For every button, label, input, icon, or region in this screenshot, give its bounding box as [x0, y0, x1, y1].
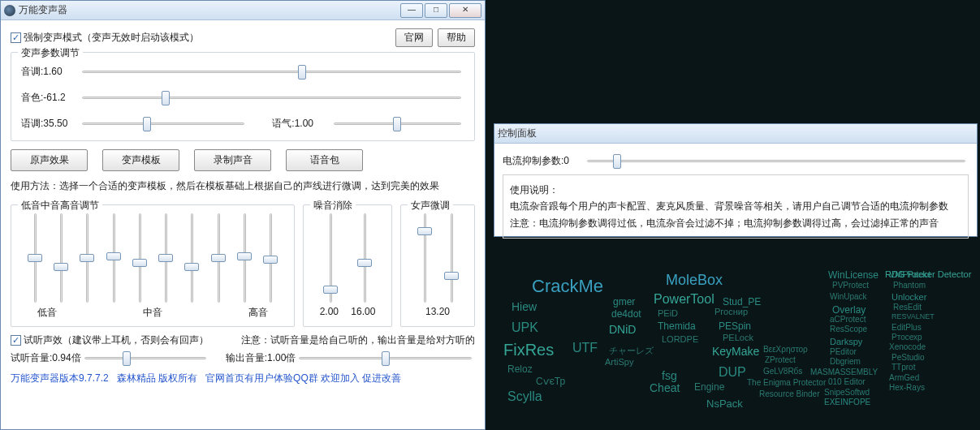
- noise-value-2: 16.00: [351, 306, 375, 317]
- titlebar[interactable]: 万能变声器 — □ ✕: [1, 1, 485, 20]
- noise-group: 噪音消除 2.00 16.00: [303, 204, 392, 327]
- eq-slider-6[interactable]: [184, 213, 199, 303]
- wallpaper-word: TTprot: [891, 363, 915, 372]
- female-slider-1[interactable]: [417, 213, 432, 303]
- timbre-value: -61.2: [43, 92, 79, 103]
- female-group: 女声微调 13.20: [400, 204, 475, 327]
- footer-copyright-link[interactable]: 森林精品 版权所有: [117, 372, 197, 385]
- noise-group-title: 噪音消除: [310, 199, 356, 213]
- wallpaper-word: WinUpack: [830, 292, 867, 301]
- current-suppress-value: 0: [563, 155, 569, 166]
- wallpaper-word: RESVALNET: [891, 312, 935, 320]
- wallpaper-word: Unlocker: [891, 292, 926, 302]
- eq-slider-4[interactable]: [132, 213, 147, 303]
- record-button[interactable]: 录制声音: [194, 149, 271, 171]
- voice-pack-button[interactable]: 语音包: [286, 149, 363, 171]
- mood-slider[interactable]: [334, 116, 461, 131]
- eq-slider-2[interactable]: [80, 213, 94, 303]
- listen-vol-label: 试听音量:: [11, 351, 52, 365]
- wallpaper-word: PeStudio: [891, 353, 925, 362]
- panel-info-line2: 注意：电流抑制参数调得过低，电流杂音会过滤不掉；电流抑制参数调得过高，会过滤掉正…: [510, 215, 961, 231]
- voice-params-title: 变声参数调节: [18, 46, 83, 60]
- panel-info-line1: 电流杂音跟每个用户的声卡配置、麦克风质量、背景噪音等相关，请用户自己调节合适的电…: [510, 198, 961, 214]
- eq-slider-9[interactable]: [263, 213, 278, 303]
- eq-slider-3[interactable]: [106, 213, 121, 303]
- force-mode-label: 强制变声模式（变声无效时启动该模式）: [24, 31, 199, 45]
- eq-group: 低音中音高音调节 低音 中音 高音: [11, 204, 295, 327]
- output-vol-value: 1.00倍: [267, 351, 296, 365]
- eq-slider-5[interactable]: [158, 213, 173, 303]
- eq-slider-7[interactable]: [211, 213, 226, 303]
- wallpaper-word: EXEINFOPE: [824, 398, 870, 406]
- female-value: 13.20: [425, 306, 450, 317]
- output-vol-slider[interactable]: [299, 350, 472, 365]
- minimize-button[interactable]: —: [400, 3, 423, 18]
- wallpaper-word: de4dot: [611, 308, 641, 320]
- wallpaper-word: LORDPE: [662, 334, 698, 344]
- footer: 万能变声器版本9.7.7.2 森林精品 版权所有 官网首页有用户体验QQ群 欢迎…: [11, 368, 475, 389]
- wallpaper-word: The Enigma Protector: [747, 378, 826, 387]
- wallpaper-word: Engine: [694, 381, 724, 393]
- footer-qq-link[interactable]: 官网首页有用户体验QQ群 欢迎加入 促进改善: [205, 372, 401, 385]
- listen-vol-slider[interactable]: [84, 350, 206, 365]
- timbre-slider[interactable]: [82, 90, 461, 105]
- intonation-label: 语调:: [21, 118, 43, 129]
- wallpaper-word: NsPack: [706, 398, 743, 410]
- wallpaper-word: KeyMake: [712, 345, 759, 358]
- original-effect-button[interactable]: 原声效果: [11, 149, 88, 171]
- tone-label: 音调:: [21, 66, 43, 77]
- wallpaper-word: Ртосехр: [891, 333, 922, 342]
- wallpaper-word: WinLicense: [828, 269, 879, 281]
- voice-params-group: 变声参数调节 音调:1.60 音色:-61.2 语调:35.50 语气:1.00: [11, 52, 475, 141]
- official-site-button[interactable]: 官网: [395, 28, 433, 47]
- noise-slider-2[interactable]: [357, 213, 372, 303]
- wallpaper-word: ArmGed: [889, 373, 919, 382]
- panel-titlebar[interactable]: 控制面板: [494, 124, 977, 144]
- tone-slider[interactable]: [82, 64, 461, 79]
- wallpaper-word: Overlay: [832, 304, 866, 316]
- listen-checkbox[interactable]: [11, 335, 21, 346]
- wallpaper-word: СѵєТр: [536, 376, 565, 387]
- maximize-button[interactable]: □: [425, 3, 447, 18]
- voice-changer-window: 万能变声器 — □ ✕ 强制变声模式（变声无效时启动该模式） 官网 帮助 变声参…: [0, 0, 486, 430]
- wallpaper-word: PEiD: [658, 308, 678, 318]
- footer-version-link[interactable]: 万能变声器版本9.7.7.2: [11, 372, 109, 385]
- wallpaper-word: RDG Packer Detector: [885, 269, 971, 279]
- eq-slider-0[interactable]: [28, 213, 42, 303]
- wallpaper-word: Cheat: [650, 381, 680, 394]
- wallpaper-word: aCProtесt: [830, 315, 866, 324]
- eq-high-label: 高音: [248, 306, 268, 320]
- intonation-slider[interactable]: [82, 116, 244, 131]
- wallpaper-word: Scylla: [507, 389, 542, 404]
- eq-slider-8[interactable]: [237, 213, 252, 303]
- force-mode-checkbox[interactable]: [11, 32, 21, 43]
- wallpaper-word: Phantom: [893, 281, 926, 290]
- voice-template-button[interactable]: 变声模板: [102, 149, 179, 171]
- wallpaper-word: GeLV8Rбs: [763, 367, 802, 376]
- wallpaper-word: gmer: [613, 296, 635, 307]
- close-button[interactable]: ✕: [449, 3, 481, 18]
- wallpaper-word: PowerTool: [654, 292, 714, 307]
- wallpaper-word: MoleBox: [666, 272, 723, 289]
- current-suppress-slider[interactable]: [587, 153, 965, 168]
- wallpaper-word: FixRes: [503, 341, 554, 359]
- eq-slider-1[interactable]: [54, 213, 68, 303]
- eq-group-title: 低音中音高音调节: [18, 199, 102, 213]
- female-slider-2[interactable]: [444, 213, 459, 303]
- noise-slider-1[interactable]: [323, 213, 338, 303]
- wallpaper-word: UPK: [512, 320, 538, 335]
- panel-info-box: 使用说明： 电流杂音跟每个用户的声卡配置、麦克风质量、背景噪音等相关，请用户自己…: [503, 174, 969, 239]
- help-button[interactable]: 帮助: [438, 28, 475, 47]
- eq-low-label: 低音: [37, 306, 57, 320]
- panel-title: 控制面板: [498, 127, 537, 140]
- current-suppress-label: 电流抑制参数:: [503, 154, 563, 168]
- tone-value: 1.60: [43, 66, 79, 77]
- volume-note: 注意：试听音量是给自己听的，输出音量是给对方听的: [241, 333, 475, 347]
- noise-value-1: 2.00: [320, 306, 339, 317]
- wallpaper-word: Xenocode: [889, 342, 926, 351]
- timbre-label: 音色:: [21, 92, 43, 103]
- wallpaper-word: PVProtect: [832, 281, 869, 290]
- control-panel-window: 控制面板 电流抑制参数: 0 使用说明： 电流杂音跟每个用户的声卡配置、麦克风质…: [494, 123, 978, 237]
- usage-text: 使用方法：选择一个合适的变声模板，然后在模板基础上根据自己的声线进行微调，达到完…: [11, 179, 475, 193]
- wallpaper-word: ΒεεΧρηστορ: [763, 345, 808, 354]
